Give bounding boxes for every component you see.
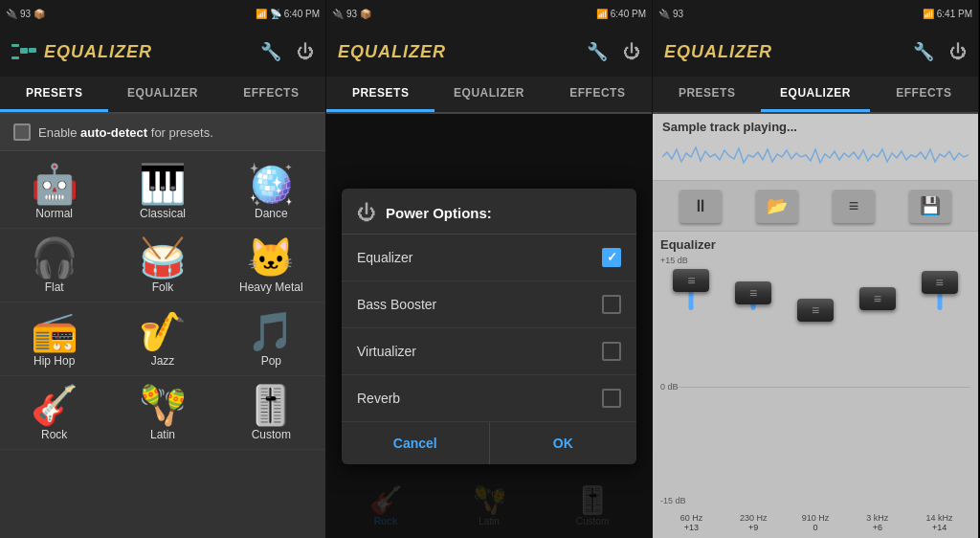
power-icon-1[interactable]: ⏻ xyxy=(297,42,314,62)
dialog-option-label-equalizer: Equalizer xyxy=(357,250,412,265)
eq-content: Sample track playing... ⏸ 📂 ≡ 💾 xyxy=(653,114,978,538)
app-header-1: EQUALIZER 🔧 ⏻ xyxy=(0,27,325,77)
preset-item-custom[interactable]: 🎚️ Custom xyxy=(217,376,325,450)
pause-icon: ⏸ xyxy=(692,196,709,216)
wrench-icon-2[interactable]: 🔧 xyxy=(587,41,608,62)
eq-band-910hz xyxy=(785,267,847,353)
status-right-2: 📶 6:40 PM xyxy=(596,9,646,19)
dialog-option-reverb[interactable]: Reverb xyxy=(342,375,636,422)
eq-section: Equalizer +15 dB 0 dB -15 dB 60 Hz+13230… xyxy=(653,232,978,538)
wrench-icon-3[interactable]: 🔧 xyxy=(913,41,934,62)
time-3: 6:41 PM xyxy=(937,9,972,19)
preset-icon-jazz: 🎷 xyxy=(139,312,187,350)
status-right-1: 📶 📡 6:40 PM xyxy=(256,9,320,19)
dropbox-icon-1: 📦 xyxy=(33,9,45,19)
tab-presets-3[interactable]: PRESETS xyxy=(653,77,761,112)
panel2-overlay: 🎸 Rock 🪇 Latin 🎚️ Custom ⏻ Power Options… xyxy=(326,114,652,538)
eq-band-230hz xyxy=(723,267,785,353)
dialog-cancel-btn[interactable]: Cancel xyxy=(342,422,490,464)
preset-item-heavy_metal[interactable]: 🐱 Heavy Metal xyxy=(217,229,325,303)
tab-equalizer-3[interactable]: EQUALIZER xyxy=(761,77,869,112)
tab-effects-2[interactable]: EFFECTS xyxy=(544,77,652,112)
dialog-ok-btn[interactable]: OK xyxy=(490,422,637,464)
eq-thumb-230hz[interactable] xyxy=(735,281,771,304)
eq-area: +15 dB 0 dB -15 dB 60 Hz+13230 Hz+9910 H… xyxy=(660,256,970,532)
eq-thumb-14khz[interactable] xyxy=(922,271,958,294)
preset-item-pop[interactable]: 🎵 Pop xyxy=(217,303,325,376)
freq-label-230hz: 230 Hz+9 xyxy=(723,513,785,532)
dialog-options: Equalizer Bass Booster Virtualizer Rever… xyxy=(342,235,636,422)
dialog-checkbox-equalizer[interactable] xyxy=(602,248,621,267)
eq-thumb-910hz[interactable] xyxy=(797,299,834,322)
usb-icon-3: 🔌 xyxy=(658,9,670,19)
db-bot-label: -15 dB xyxy=(660,496,686,505)
tab-equalizer-2[interactable]: EQUALIZER xyxy=(434,77,543,112)
status-left-1: 🔌 93 📦 xyxy=(6,9,45,19)
open-button[interactable]: 📂 xyxy=(756,189,798,223)
preset-item-dance[interactable]: 🪩 Dance xyxy=(217,155,325,229)
zero-line xyxy=(674,387,970,388)
save-button[interactable]: 💾 xyxy=(909,189,951,223)
eq-thumb-60hz[interactable] xyxy=(673,269,709,292)
preset-icon-custom: 🎚️ xyxy=(247,386,295,424)
dialog-header: ⏻ Power Options: xyxy=(342,189,636,235)
auto-detect-row[interactable]: Enable auto-detect for presets. xyxy=(0,114,325,151)
app-title-1: EQUALIZER xyxy=(44,42,152,62)
preset-icon-rock: 🎸 xyxy=(31,386,78,424)
preset-label-folk: Folk xyxy=(152,280,174,294)
wifi-icon-3: 📶 xyxy=(923,9,934,19)
list-button[interactable]: ≡ xyxy=(833,189,875,223)
eq-thumb-3khz[interactable] xyxy=(859,287,896,310)
preset-label-latin: Latin xyxy=(150,428,175,441)
pause-button[interactable]: ⏸ xyxy=(679,189,722,223)
power-icon-3[interactable]: ⏻ xyxy=(949,42,967,62)
eq-sliders-container xyxy=(660,267,970,353)
tab-effects-1[interactable]: EFFECTS xyxy=(217,77,325,112)
tab-presets-1[interactable]: PRESETS xyxy=(0,77,108,112)
time-2: 6:40 PM xyxy=(611,9,646,19)
dialog-checkbox-virtualizer[interactable] xyxy=(602,342,621,361)
app-logo-2: EQUALIZER xyxy=(338,42,446,62)
app-logo-1: EQUALIZER xyxy=(11,39,152,64)
dialog-option-bass_booster[interactable]: Bass Booster xyxy=(342,281,636,328)
preset-item-normal[interactable]: 🤖 Normal xyxy=(0,155,108,229)
eq-band-14khz xyxy=(908,267,970,353)
preset-label-rock: Rock xyxy=(41,428,67,441)
eq-freq-labels: 60 Hz+13230 Hz+9910 Hz03 kHz+614 kHz+14 xyxy=(660,513,970,532)
dialog-option-equalizer[interactable]: Equalizer xyxy=(342,235,636,281)
power-icon-2[interactable]: ⏻ xyxy=(623,42,640,62)
status-left-3: 🔌 93 xyxy=(658,9,683,19)
status-bar-2: 🔌 93 📦 📶 6:40 PM xyxy=(326,0,652,27)
tab-presets-2[interactable]: PRESETS xyxy=(326,77,434,112)
header-icons-1: 🔧 ⏻ xyxy=(260,41,314,62)
status-bar-1: 🔌 93 📦 📶 📡 6:40 PM xyxy=(0,0,325,27)
freq-label-60hz: 60 Hz+13 xyxy=(660,513,723,532)
app-logo-3: EQUALIZER xyxy=(664,42,772,62)
preset-item-latin[interactable]: 🪇 Latin xyxy=(108,376,216,450)
preset-item-flat[interactable]: 🎧 Flat xyxy=(0,229,108,303)
eq-controls: ⏸ 📂 ≡ 💾 xyxy=(653,180,978,232)
preset-item-classical[interactable]: 🎹 Classical xyxy=(108,155,216,229)
freq-label-3khz: 3 kHz+6 xyxy=(846,513,908,532)
preset-item-rock[interactable]: 🎸 Rock xyxy=(0,376,108,450)
dialog: ⏻ Power Options: Equalizer Bass Booster … xyxy=(342,189,636,464)
preset-item-jazz[interactable]: 🎷 Jazz xyxy=(108,303,216,376)
panel-presets: 🔌 93 📦 📶 📡 6:40 PM EQUALIZER 🔧 ⏻ xyxy=(0,0,326,538)
dialog-power-icon: ⏻ xyxy=(357,202,376,224)
dialog-option-label-virtualizer: Virtualizer xyxy=(357,344,416,359)
eq-section-title: Equalizer xyxy=(660,237,970,252)
preset-item-folk[interactable]: 🥁 Folk xyxy=(108,229,216,303)
wrench-icon-1[interactable]: 🔧 xyxy=(260,41,281,62)
preset-item-hip_hop[interactable]: 📻 Hip Hop xyxy=(0,303,108,376)
dropbox-icon-2: 📦 xyxy=(360,9,371,19)
tab-equalizer-1[interactable]: EQUALIZER xyxy=(108,77,216,112)
dialog-checkbox-bass_booster[interactable] xyxy=(602,295,621,314)
status-bar-3: 🔌 93 📶 6:41 PM xyxy=(653,0,978,27)
dialog-checkbox-reverb[interactable] xyxy=(602,389,621,408)
dialog-option-virtualizer[interactable]: Virtualizer xyxy=(342,328,636,375)
waveform-svg xyxy=(662,138,969,176)
preset-icon-heavy_metal: 🐱 xyxy=(247,238,295,277)
header-icons-3: 🔧 ⏻ xyxy=(913,41,967,62)
tab-effects-3[interactable]: EFFECTS xyxy=(870,77,978,112)
auto-detect-checkbox[interactable] xyxy=(13,123,31,141)
